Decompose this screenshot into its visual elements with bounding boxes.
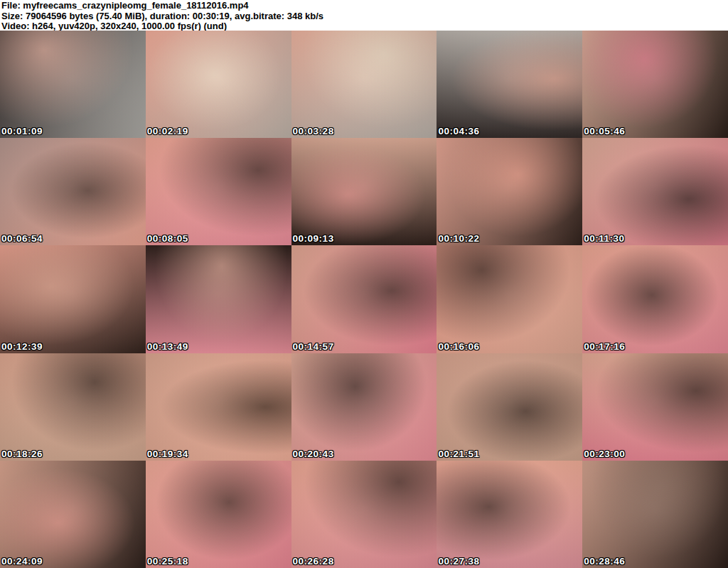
metadata-header: File: myfreecams_crazynipleomg_female_18… [0, 0, 728, 31]
video-frame-thumbnail: 00:23:00 [582, 353, 728, 461]
timestamp-label: 00:03:28 [293, 126, 334, 136]
timestamp-label: 00:14:57 [293, 341, 334, 352]
timestamp-label: 00:27:38 [438, 556, 479, 567]
video-frame-thumbnail: 00:13:49 [146, 245, 291, 353]
timestamp-label: 00:28:46 [584, 556, 625, 567]
video-frame-thumbnail: 00:17:16 [582, 245, 728, 353]
video-frame-thumbnail: 00:09:13 [291, 138, 437, 245]
file-size-duration-line: Size: 79064596 bytes (75.40 MiB), durati… [1, 11, 728, 22]
video-frame-thumbnail: 00:26:28 [291, 461, 437, 568]
timestamp-label: 00:06:54 [1, 233, 43, 244]
timestamp-label: 00:19:34 [147, 449, 188, 459]
timestamp-label: 00:11:30 [584, 233, 624, 244]
timestamp-label: 00:02:19 [147, 126, 188, 136]
video-frame-thumbnail: 00:01:09 [0, 31, 146, 138]
video-frame-thumbnail: 00:10:22 [437, 138, 582, 245]
timestamp-label: 00:10:22 [438, 233, 479, 244]
video-frame-thumbnail: 00:27:38 [437, 461, 582, 568]
video-frame-thumbnail: 00:08:05 [146, 138, 291, 245]
thumbnail-grid: 00:01:09 00:02:19 00:03:28 00:04:36 00:0… [0, 31, 728, 568]
contact-sheet: File: myfreecams_crazynipleomg_female_18… [0, 0, 728, 568]
timestamp-label: 00:08:05 [147, 233, 188, 244]
timestamp-label: 00:05:46 [584, 126, 625, 136]
timestamp-label: 00:20:43 [293, 449, 334, 459]
video-frame-thumbnail: 00:02:19 [146, 31, 291, 138]
timestamp-label: 00:24:09 [1, 556, 43, 567]
timestamp-label: 00:26:28 [293, 556, 334, 567]
video-frame-thumbnail: 00:25:18 [146, 461, 291, 568]
video-frame-thumbnail: 00:05:46 [582, 31, 728, 138]
video-frame-thumbnail: 00:18:26 [0, 353, 146, 461]
video-frame-thumbnail: 00:24:09 [0, 461, 146, 568]
file-name-line: File: myfreecams_crazynipleomg_female_18… [1, 1, 728, 11]
video-frame-thumbnail: 00:19:34 [146, 353, 291, 461]
timestamp-label: 00:25:18 [147, 556, 188, 567]
timestamp-label: 00:13:49 [147, 341, 188, 352]
timestamp-label: 00:18:26 [1, 449, 43, 459]
timestamp-label: 00:09:13 [293, 233, 334, 244]
timestamp-label: 00:23:00 [584, 449, 625, 459]
video-frame-thumbnail: 00:12:39 [0, 245, 146, 353]
timestamp-label: 00:12:39 [1, 341, 43, 352]
video-frame-thumbnail: 00:04:36 [437, 31, 582, 138]
timestamp-label: 00:01:09 [1, 126, 43, 136]
timestamp-label: 00:16:06 [438, 341, 479, 352]
video-frame-thumbnail: 00:11:30 [582, 138, 728, 245]
timestamp-label: 00:04:36 [438, 126, 479, 136]
timestamp-label: 00:21:51 [438, 449, 479, 459]
video-frame-thumbnail: 00:21:51 [437, 353, 582, 461]
video-frame-thumbnail: 00:28:46 [582, 461, 728, 568]
video-frame-thumbnail: 00:06:54 [0, 138, 146, 245]
timestamp-label: 00:17:16 [584, 341, 625, 352]
video-frame-thumbnail: 00:16:06 [437, 245, 582, 353]
video-frame-thumbnail: 00:03:28 [291, 31, 437, 138]
video-frame-thumbnail: 00:14:57 [291, 245, 437, 353]
video-frame-thumbnail: 00:20:43 [291, 353, 437, 461]
